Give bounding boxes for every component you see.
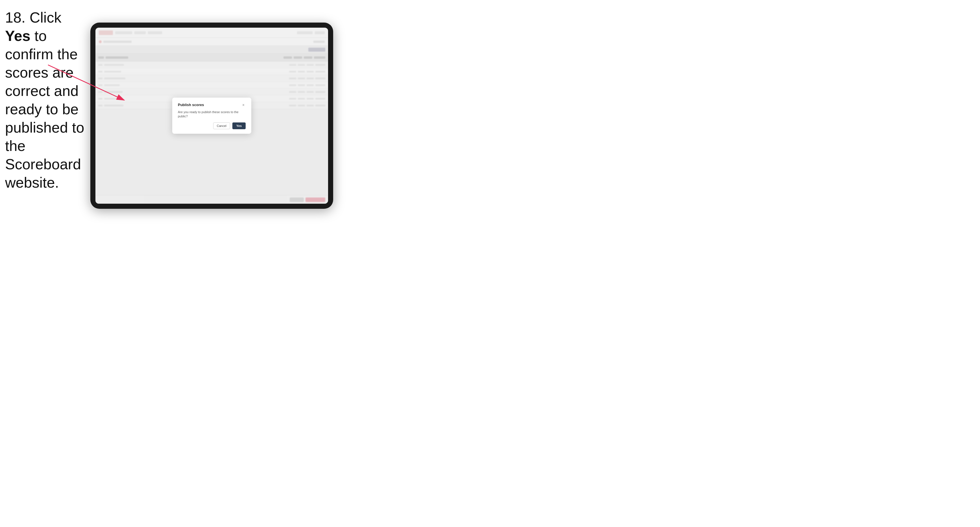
text-after: to confirm the scores are correct and re…	[5, 28, 84, 191]
dialog-actions: Cancel Yes	[178, 122, 246, 129]
instruction-text: 18. Click Yes to confirm the scores are …	[5, 8, 87, 192]
text-before-bold: Click	[25, 9, 61, 26]
dialog-body-text: Are you ready to publish these scores to…	[178, 110, 246, 119]
yes-button[interactable]: Yes	[232, 122, 246, 129]
close-icon[interactable]: ×	[241, 103, 246, 107]
cancel-button[interactable]: Cancel	[213, 122, 230, 129]
dialog-header: Publish scores ×	[178, 103, 246, 107]
dialog-overlay: Publish scores × Are you ready to publis…	[95, 28, 328, 204]
bold-yes: Yes	[5, 28, 30, 44]
tablet-device: Publish scores × Are you ready to publis…	[90, 22, 333, 209]
publish-scores-dialog: Publish scores × Are you ready to publis…	[172, 98, 251, 134]
step-number: 18.	[5, 9, 25, 26]
tablet-screen: Publish scores × Are you ready to publis…	[95, 28, 328, 204]
dialog-title: Publish scores	[178, 103, 204, 107]
